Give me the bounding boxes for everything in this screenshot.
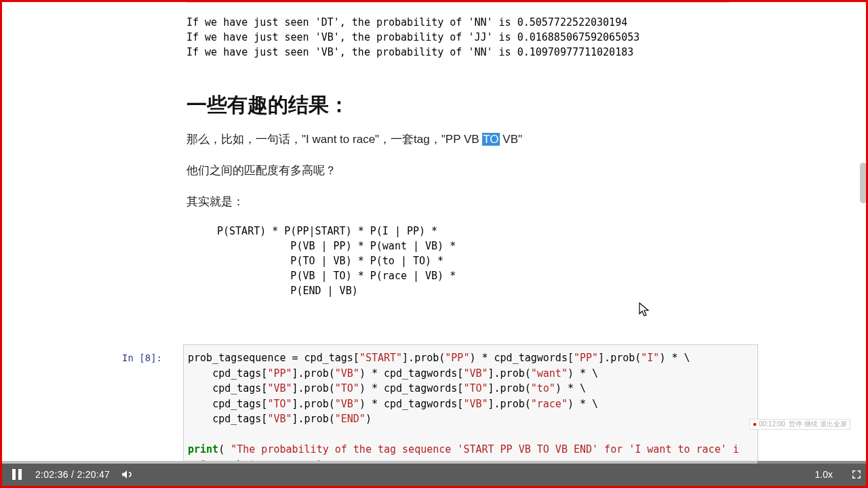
fullscreen-button[interactable] [845, 463, 868, 486]
expand-icon [850, 468, 863, 481]
prev-cell-trail: cpd_tags['VB'].prob('NN')) [186, 0, 729, 3]
code-input-area[interactable]: prob_tagsequence = cpd_tags["START"].pro… [183, 344, 758, 479]
paragraph: 那么，比如，一句话，"I want to race"，一套tag，"PP VB … [186, 131, 522, 148]
formula-line: P(VB | PP) * P(want | VB) * [217, 239, 456, 253]
formula-line: P(START) * P(PP|START) * P(I | PP) * [217, 224, 456, 239]
output-line: If we have just seen 'DT', the probabili… [186, 15, 639, 30]
formula-line: P(VB | TO) * P(race | VB) * [217, 268, 456, 283]
volume-button[interactable] [115, 463, 138, 486]
recording-timer: ● 00:12:00 暂停 继续 退出全屏 [749, 419, 850, 430]
scrollbar-thumb[interactable] [860, 163, 867, 203]
total-time: 2:20:47 [77, 469, 110, 480]
time-display: 2:02:36 / 2:20:47 [35, 469, 110, 480]
section-heading: 一些有趣的结果： [186, 92, 349, 119]
cursor-icon [639, 302, 652, 319]
paragraph: 他们之间的匹配度有多高呢？ [186, 163, 336, 179]
current-time: 2:02:36 [35, 469, 68, 480]
pause-button[interactable] [5, 463, 28, 486]
progress-bar[interactable] [0, 461, 868, 464]
probability-formula: P(START) * P(PP|START) * P(I | PP) * P(V… [217, 224, 456, 298]
paragraph: 其实就是： [186, 194, 244, 210]
cell-prompt: In [8]: [122, 352, 162, 363]
cell-output: If we have just seen 'DT', the probabili… [186, 15, 639, 60]
output-line: If we have just seen 'VB', the probabili… [186, 30, 639, 45]
playback-speed[interactable]: 1.0x [815, 469, 833, 480]
output-line: If we have just seen 'VB', the probabili… [186, 45, 639, 60]
code-text: prob_tagsequence = cpd_tags["START"].pro… [188, 350, 753, 472]
formula-line: P(END | VB) [217, 283, 456, 298]
progress-fill [0, 461, 757, 464]
volume-icon [121, 468, 133, 481]
highlighted-text: TO [482, 133, 499, 146]
pause-icon [12, 469, 22, 480]
text: 那么，比如，一句话，"I want to race"，一套tag，"PP VB [186, 133, 482, 146]
formula-line: P(TO | VB) * P(to | TO) * [217, 253, 456, 268]
video-player-bar: 2:02:36 / 2:20:47 1.0x [0, 461, 868, 488]
text: VB" [500, 133, 522, 146]
